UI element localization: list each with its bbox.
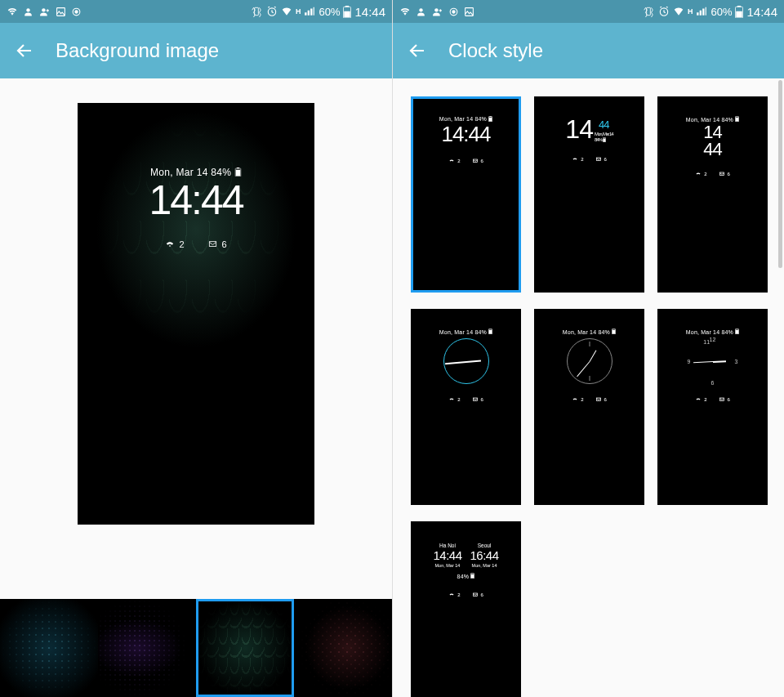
svg-rect-30 — [596, 158, 600, 161]
pane-clock-style: H 60% 14:44 Clock style Mon, Mar 14 84% … — [392, 0, 784, 697]
missed-call-icon — [165, 240, 175, 248]
clock-style-4[interactable]: Mon, Mar 14 84% 2 6 — [411, 309, 521, 505]
status-bar: H 60% 14:44 — [0, 0, 392, 23]
svg-point-4 — [75, 10, 78, 12]
svg-rect-41 — [736, 330, 739, 334]
wifi-signal-icon — [673, 6, 684, 17]
svg-rect-22 — [737, 6, 742, 7]
svg-rect-13 — [209, 242, 216, 247]
svg-rect-45 — [473, 593, 477, 596]
svg-rect-42 — [719, 398, 724, 401]
svg-rect-8 — [345, 6, 350, 7]
svg-point-15 — [434, 8, 438, 11]
battery-pct: 60% — [318, 6, 340, 18]
svg-rect-38 — [612, 330, 616, 334]
svg-rect-32 — [736, 118, 739, 122]
image-icon — [56, 7, 66, 17]
page-title: Clock style — [448, 39, 543, 62]
clock-style-5[interactable]: Mon, Mar 14 84% 2 6 — [534, 309, 644, 505]
svg-point-17 — [452, 10, 455, 12]
data-type-icon: H — [688, 7, 693, 16]
preview-dateline: Mon, Mar 14 84% — [78, 167, 314, 178]
back-icon[interactable] — [15, 41, 34, 60]
preview-notifications: 2 6 — [78, 239, 314, 249]
svg-rect-29 — [603, 139, 605, 142]
cell-signal-icon — [304, 6, 315, 17]
alarm-icon — [266, 6, 278, 17]
svg-rect-35 — [489, 330, 492, 334]
wifi-icon — [399, 6, 411, 17]
svg-rect-25 — [490, 116, 492, 117]
wallpaper-option-1[interactable] — [0, 599, 98, 697]
clock-style-2[interactable]: 14 44 Mon, Mar 1484% 2 6 — [534, 96, 644, 293]
wallpaper-option-3[interactable] — [196, 599, 294, 697]
clock-style-1[interactable]: Mon, Mar 14 84% 14:44 2 6 — [411, 96, 521, 293]
preview-clock: 14:44 — [78, 178, 314, 223]
target-icon — [448, 7, 459, 17]
wallpaper-option-2[interactable] — [98, 599, 196, 697]
svg-rect-12 — [236, 170, 241, 176]
person-icon — [23, 7, 33, 17]
header: Background image — [0, 23, 392, 78]
wallpaper-preview: Mon, Mar 14 84% 14:44 2 6 — [0, 78, 392, 599]
target-icon — [71, 7, 82, 17]
svg-rect-27 — [473, 159, 477, 163]
data-type-icon: H — [296, 7, 301, 16]
header: Clock style — [393, 23, 784, 78]
alarm-icon — [658, 6, 670, 17]
person-icon — [416, 7, 426, 17]
mail-icon — [472, 159, 479, 163]
svg-rect-26 — [489, 118, 492, 122]
clock-style-grid: Mon, Mar 14 84% 14:44 2 6 14 44 Mon, M — [393, 78, 784, 697]
svg-point-14 — [419, 8, 422, 11]
person-add-icon — [38, 7, 51, 17]
wallpaper-thumbnails — [0, 599, 392, 697]
svg-point-0 — [26, 8, 29, 11]
wifi-icon — [7, 6, 18, 17]
image-icon — [464, 7, 474, 17]
battery-icon — [343, 6, 351, 18]
clock-style-3[interactable]: Mon, Mar 14 84% 1444 2 6 — [657, 96, 768, 293]
wifi-signal-icon — [281, 6, 292, 17]
cell-signal-icon — [696, 6, 707, 17]
back-icon[interactable] — [408, 41, 427, 60]
svg-rect-36 — [473, 398, 477, 401]
page-title: Background image — [56, 39, 219, 62]
svg-rect-33 — [719, 172, 724, 176]
wallpaper-option-4[interactable] — [294, 599, 392, 697]
svg-rect-11 — [237, 168, 239, 168]
clock-style-6[interactable]: Mon, Mar 14 84% 1211 369 2 6 — [657, 309, 768, 505]
mail-icon — [207, 240, 218, 248]
svg-rect-19 — [647, 7, 651, 15]
svg-rect-44 — [471, 574, 474, 579]
vibrate-icon — [642, 6, 655, 17]
status-time: 14:44 — [746, 5, 777, 19]
status-time: 14:44 — [354, 5, 385, 19]
svg-rect-5 — [255, 7, 259, 15]
svg-point-1 — [42, 8, 45, 11]
clock-style-7[interactable]: Ha Noi 14:44 Mon, Mar 14 Seoul 16:44 Mon… — [411, 521, 521, 697]
person-add-icon — [431, 7, 443, 17]
svg-rect-39 — [596, 398, 600, 401]
vibrate-icon — [250, 6, 263, 17]
battery-pct: 60% — [710, 6, 732, 18]
missed-call-icon — [448, 159, 455, 163]
svg-rect-9 — [345, 11, 351, 17]
battery-icon — [735, 6, 743, 18]
pane-background-image: H 60% 14:44 Background image Mon, Mar 14… — [0, 0, 392, 697]
svg-rect-23 — [737, 11, 743, 17]
status-bar: H 60% 14:44 — [393, 0, 784, 23]
